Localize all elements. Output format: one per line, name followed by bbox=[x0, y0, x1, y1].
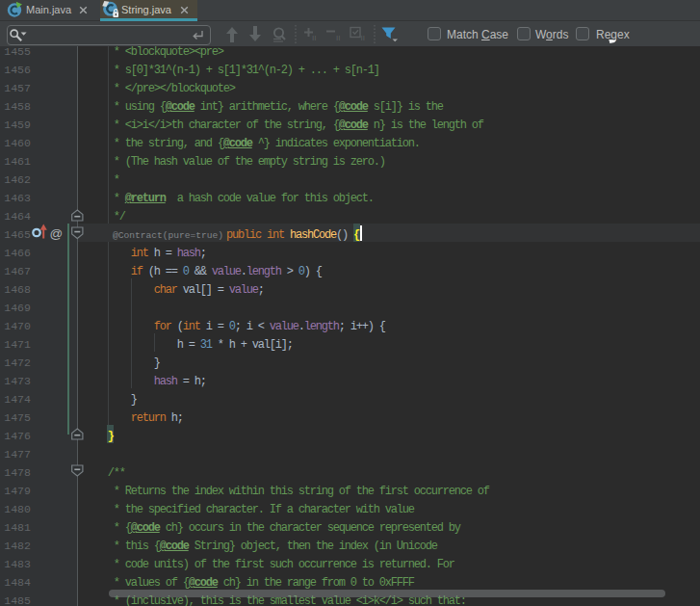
svg-text:II: II bbox=[361, 34, 365, 42]
svg-text:II: II bbox=[336, 34, 340, 42]
svg-text:II: II bbox=[312, 34, 316, 42]
svg-text:@: @ bbox=[50, 226, 64, 241]
